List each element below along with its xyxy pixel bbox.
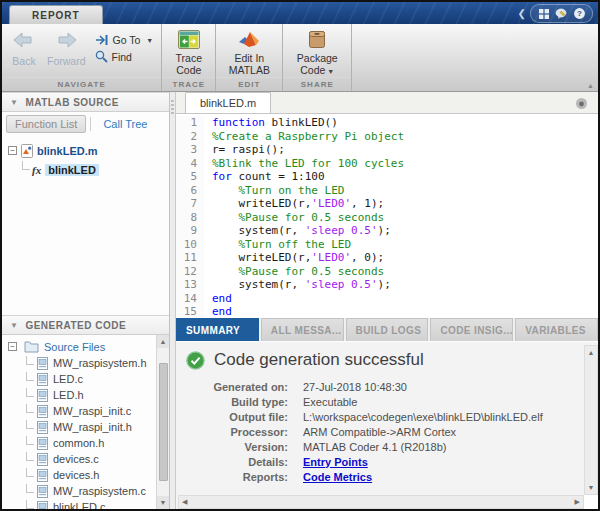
source-file-icon xyxy=(37,453,48,466)
scroll-thumb[interactable] xyxy=(159,363,168,481)
collapse-expander-icon[interactable]: − xyxy=(8,146,17,155)
group-label-edit: EDIT xyxy=(216,77,282,91)
layout-grid-icon[interactable] xyxy=(536,6,551,21)
find-icon xyxy=(95,50,108,63)
code-line: for count = 1:100 xyxy=(212,170,598,184)
tab-all-messa[interactable]: ALL MESSA... xyxy=(261,318,344,341)
source-file-item[interactable]: MW_raspisystem.c xyxy=(8,483,156,499)
generated-code-title: GENERATED CODE xyxy=(25,320,126,331)
scroll-right-icon[interactable]: ▶ xyxy=(575,498,580,506)
code-line: %Create a Raspberry Pi object xyxy=(212,130,598,144)
code-editor[interactable]: 123456789101112131415 function blinkLED(… xyxy=(176,114,598,318)
tree-elbow xyxy=(26,436,34,445)
code-line: %Pause for 0.5 seconds xyxy=(212,211,598,225)
tree-elbow xyxy=(26,372,34,381)
scroll-down-icon[interactable]: ▼ xyxy=(157,496,169,509)
source-file-item[interactable]: devices.c xyxy=(8,451,156,467)
tab-call-tree[interactable]: Call Tree xyxy=(95,116,155,132)
scrollbar-corner xyxy=(584,495,598,509)
source-files-scrollbar[interactable]: ▲ ▼ xyxy=(156,335,169,509)
find-label: Find xyxy=(112,51,132,63)
toolbar-group-trace: Trace Code TRACE xyxy=(162,24,216,91)
code-line: function blinkLED() xyxy=(212,116,598,130)
tree-item-function[interactable]: fx blinkLED xyxy=(8,160,169,179)
code-metrics-link[interactable]: Code Metrics xyxy=(303,471,372,483)
tree-item-source-files[interactable]: − Source Files xyxy=(8,338,156,355)
summary-row-label: Build type: xyxy=(186,396,288,408)
gear-icon[interactable] xyxy=(575,96,588,114)
scroll-up-icon[interactable]: ▲ xyxy=(157,335,169,348)
feedback-icon[interactable] xyxy=(554,6,569,21)
scroll-down-icon[interactable]: ▼ xyxy=(588,484,595,494)
summary-horizontal-scrollbar[interactable]: ◀ ▶ xyxy=(178,495,584,509)
summary-row: Processor:ARM Compatible->ARM Cortex xyxy=(186,424,584,439)
source-file-icon xyxy=(37,437,48,450)
source-file-icon xyxy=(37,357,48,370)
source-file-item[interactable]: MW_raspisystem.h xyxy=(8,355,156,371)
line-number: 9 xyxy=(176,224,197,238)
sidebar: ▼ MATLAB SOURCE Function List Call Tree … xyxy=(2,92,170,509)
source-file-icon xyxy=(37,469,48,482)
entry-points-link[interactable]: Entry Points xyxy=(303,456,368,468)
line-number: 2 xyxy=(176,130,197,144)
code-line: %Turn off the LED xyxy=(212,238,598,252)
code-lines: function blinkLED()%Create a Raspberry P… xyxy=(204,116,598,318)
summary-rows: Generated on:27-Jul-2018 10:48:30Build t… xyxy=(186,379,584,484)
line-number: 1 xyxy=(176,116,197,130)
trace-code-button[interactable]: Trace Code xyxy=(166,26,211,76)
summary-row-value: L:\workspace\codegen\exe\blinkLED\blinkL… xyxy=(303,411,543,423)
toolbar-collapse-icon[interactable]: ▲ xyxy=(587,82,594,89)
summary-panel: Code generation successful Generated on:… xyxy=(176,341,598,509)
source-file-label: common.h xyxy=(53,437,104,449)
goto-button[interactable]: Go To ▼ xyxy=(91,32,158,48)
source-file-item[interactable]: MW_raspi_init.c xyxy=(8,403,156,419)
source-file-item[interactable]: LED.h xyxy=(8,387,156,403)
source-file-item[interactable]: common.h xyxy=(8,435,156,451)
tab-separator xyxy=(90,117,91,131)
svg-text:?: ? xyxy=(577,9,582,18)
source-file-item[interactable]: LED.c xyxy=(8,371,156,387)
tab-blinkled-m[interactable]: blinkLED.m xyxy=(185,92,271,113)
splitter-grip-icon xyxy=(171,100,174,114)
source-file-label: MW_raspi_init.c xyxy=(53,405,131,417)
tab-variables[interactable]: VARIABLES xyxy=(515,318,598,341)
tab-summary[interactable]: SUMMARY xyxy=(176,318,259,341)
edit-in-matlab-button[interactable]: Edit In MATLAB xyxy=(220,26,278,76)
tree-item-function-label: blinkLED xyxy=(45,164,99,176)
source-file-item[interactable]: MW_raspi_init.h xyxy=(8,419,156,435)
chevron-left-icon[interactable]: ❮ xyxy=(518,8,526,19)
goto-label: Go To xyxy=(113,34,141,46)
tree-item-file[interactable]: − blinkLED.m xyxy=(8,141,169,160)
line-number: 10 xyxy=(176,238,197,252)
forward-button[interactable]: Forward xyxy=(42,26,91,67)
source-file-icon xyxy=(37,501,48,510)
summary-vertical-scrollbar[interactable]: ▲ ▼ xyxy=(584,345,598,495)
source-file-item[interactable]: blinkLED.c xyxy=(8,499,156,509)
collapse-triangle-icon[interactable]: ▼ xyxy=(10,98,18,107)
generated-code-header[interactable]: ▼ GENERATED CODE xyxy=(2,315,169,335)
collapse-triangle-icon[interactable]: ▼ xyxy=(10,321,18,330)
tab-function-list[interactable]: Function List xyxy=(6,115,86,133)
folder-icon xyxy=(24,341,39,353)
tab-code-insig[interactable]: CODE INSIG... xyxy=(430,318,513,341)
package-code-button[interactable]: Package Code▼ xyxy=(287,26,347,76)
find-button[interactable]: Find xyxy=(91,48,158,65)
tree-elbow xyxy=(26,500,34,509)
code-line: system(r, 'sleep 0.5'); xyxy=(212,278,598,292)
collapse-expander-icon[interactable]: − xyxy=(8,342,17,351)
scroll-up-icon[interactable]: ▲ xyxy=(588,346,595,356)
source-file-item[interactable]: devices.h xyxy=(8,467,156,483)
line-number: 12 xyxy=(176,265,197,279)
line-number: 15 xyxy=(176,305,197,318)
matlab-source-header[interactable]: ▼ MATLAB SOURCE xyxy=(2,92,169,112)
back-button[interactable]: Back xyxy=(6,26,42,67)
scroll-left-icon[interactable]: ◀ xyxy=(182,498,187,506)
code-line: %Blink the LED for 100 cycles xyxy=(212,157,598,171)
line-number: 14 xyxy=(176,292,197,306)
package-code-label: Package Code▼ xyxy=(292,52,342,76)
tab-report[interactable]: REPORT xyxy=(9,5,103,24)
source-file-label: LED.h xyxy=(53,389,84,401)
help-icon[interactable]: ? xyxy=(572,6,587,21)
tab-build-logs[interactable]: BUILD LOGS xyxy=(346,318,429,341)
source-file-label: MW_raspi_init.h xyxy=(53,421,132,433)
